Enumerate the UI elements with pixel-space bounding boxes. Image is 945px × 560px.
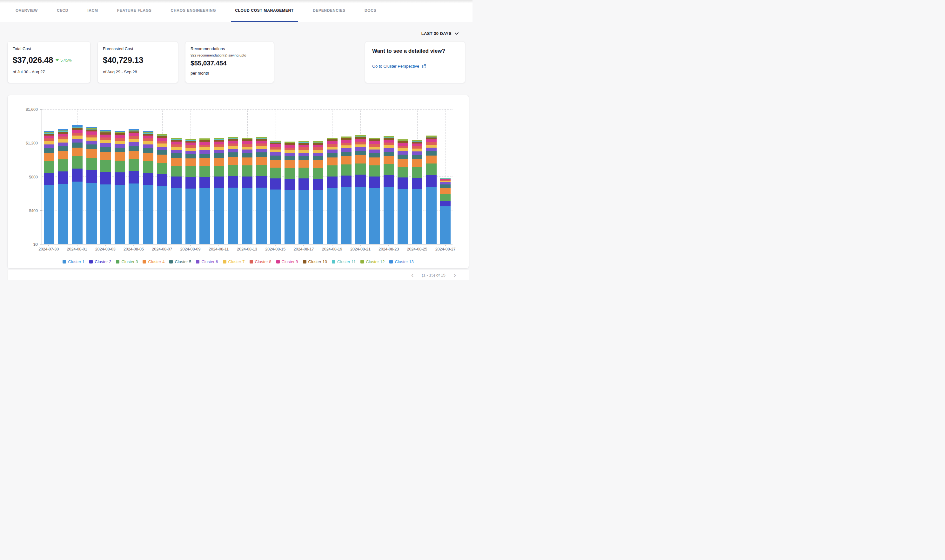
tab-cloud-cost-management[interactable]: CLOUD COST MANAGEMENT (231, 0, 298, 22)
bar-segment-cluster-6 (72, 139, 83, 143)
legend-item-cluster-1[interactable]: Cluster 1 (63, 259, 85, 264)
bar-segment-cluster-4 (383, 156, 394, 164)
legend-item-cluster-6[interactable]: Cluster 6 (196, 259, 218, 264)
bar-2024-08-02[interactable] (86, 127, 97, 244)
bar-2024-08-08[interactable] (171, 138, 182, 244)
bar-segment-cluster-6 (341, 148, 351, 152)
bar-segment-cluster-2 (100, 172, 111, 184)
bar-segment-cluster-7 (185, 148, 196, 151)
bar-segment-cluster-9 (426, 139, 437, 142)
bar-2024-08-23[interactable] (383, 136, 394, 244)
bar-segment-cluster-9 (256, 141, 267, 143)
bar-2024-08-11[interactable] (214, 138, 224, 244)
bar-2024-08-16[interactable] (285, 141, 295, 244)
bar-segment-cluster-3 (270, 168, 281, 178)
bar-segment-cluster-5 (214, 153, 224, 158)
bar-segment-cluster-5 (115, 148, 125, 152)
bar-segment-cluster-8 (327, 144, 337, 147)
time-range-dropdown[interactable]: LAST 30 DAYS (422, 31, 459, 36)
forecasted-cost-value: $40,729.13 (103, 55, 143, 65)
bar-segment-cluster-9 (356, 139, 366, 142)
bar-2024-08-07[interactable] (157, 134, 167, 244)
bar-2024-08-18[interactable] (313, 141, 323, 244)
bar-2024-08-13[interactable] (242, 138, 252, 244)
bar-2024-08-15[interactable] (270, 141, 281, 244)
bar-segment-cluster-3 (171, 166, 182, 177)
bar-segment-cluster-3 (285, 168, 295, 179)
bar-2024-08-01[interactable] (72, 125, 83, 244)
bar-2024-08-20[interactable] (341, 137, 351, 244)
bar-2024-08-12[interactable] (228, 137, 238, 244)
bar-segment-cluster-9 (185, 143, 196, 145)
chevron-left-icon[interactable]: ‹ (411, 272, 414, 278)
bar-segment-cluster-7 (341, 145, 351, 148)
bar-2024-08-04[interactable] (115, 131, 125, 244)
bar-segment-cluster-9 (397, 143, 408, 146)
bar-segment-cluster-1 (270, 189, 281, 244)
bar-2024-08-06[interactable] (143, 131, 153, 244)
x-tick-label: 2024-08-01 (67, 247, 87, 251)
legend-item-cluster-9[interactable]: Cluster 9 (276, 259, 298, 264)
tab-feature-flags[interactable]: FEATURE FLAGS (113, 0, 156, 22)
bar-2024-07-30[interactable] (44, 131, 54, 244)
legend-item-cluster-8[interactable]: Cluster 8 (249, 259, 271, 264)
bar-segment-cluster-5 (58, 146, 68, 151)
legend-item-cluster-7[interactable]: Cluster 7 (223, 259, 245, 264)
bar-segment-cluster-3 (256, 165, 267, 176)
tab-dependencies[interactable]: DEPENDENCIES (309, 0, 349, 22)
tab-docs[interactable]: DOCS (360, 0, 380, 22)
legend-item-cluster-12[interactable]: Cluster 12 (360, 259, 385, 264)
bar-2024-08-05[interactable] (129, 129, 139, 244)
bar-segment-cluster-1 (100, 185, 111, 244)
bar-segment-cluster-7 (412, 149, 422, 151)
legend-item-cluster-10[interactable]: Cluster 10 (303, 259, 327, 264)
bar-2024-08-26[interactable] (426, 135, 437, 244)
x-tick-label: 2024-08-05 (123, 247, 144, 251)
bar-segment-cluster-9 (214, 142, 224, 144)
tab-overview[interactable]: OVERVIEW (11, 0, 42, 22)
legend-swatch-icon (249, 260, 253, 263)
bar-2024-08-14[interactable] (256, 137, 267, 244)
bar-2024-08-22[interactable] (369, 138, 380, 244)
bar-segment-cluster-8 (115, 138, 125, 141)
legend-swatch-icon (143, 260, 146, 263)
bar-2024-08-19[interactable] (327, 138, 337, 244)
bar-segment-cluster-3 (440, 194, 451, 201)
bar-segment-cluster-7 (171, 147, 182, 150)
bar-segment-cluster-5 (412, 155, 422, 159)
bar-segment-cluster-9 (199, 142, 210, 145)
bar-segment-cluster-8 (356, 142, 366, 145)
bar-2024-08-24[interactable] (397, 139, 408, 244)
legend-swatch-icon (276, 260, 280, 263)
bar-2024-07-31[interactable] (58, 129, 68, 244)
legend-swatch-icon (223, 260, 226, 263)
legend-item-cluster-3[interactable]: Cluster 3 (116, 259, 138, 264)
bar-segment-cluster-7 (299, 150, 309, 153)
tab-iacm[interactable]: IACM (83, 0, 102, 22)
legend-label: Cluster 12 (366, 259, 385, 264)
bar-segment-cluster-6 (356, 147, 366, 151)
tab-chaos-engineering[interactable]: CHAOS ENGINEERING (167, 0, 220, 22)
bar-2024-08-21[interactable] (356, 135, 366, 244)
cluster-perspective-link[interactable]: Go to Cluster Perspective (372, 64, 458, 69)
bar-2024-08-17[interactable] (299, 141, 309, 244)
legend-item-cluster-11[interactable]: Cluster 11 (332, 259, 356, 264)
bar-segment-cluster-1 (426, 187, 437, 244)
legend-item-cluster-4[interactable]: Cluster 4 (143, 259, 165, 264)
bar-segment-cluster-2 (369, 177, 380, 188)
legend-item-cluster-13[interactable]: Cluster 13 (389, 259, 414, 264)
chevron-right-icon[interactable]: › (454, 272, 456, 278)
bar-segment-cluster-9 (171, 142, 182, 144)
bar-segment-cluster-2 (58, 171, 68, 184)
bar-2024-08-27[interactable] (440, 178, 451, 244)
bar-segment-cluster-1 (256, 188, 267, 244)
bar-2024-08-09[interactable] (185, 139, 196, 244)
legend-item-cluster-5[interactable]: Cluster 5 (169, 259, 191, 264)
bar-segment-cluster-9 (58, 134, 68, 137)
legend-swatch-icon (63, 260, 66, 263)
bar-2024-08-10[interactable] (199, 138, 210, 244)
bar-2024-08-03[interactable] (100, 130, 111, 244)
bar-2024-08-25[interactable] (412, 140, 422, 244)
legend-item-cluster-2[interactable]: Cluster 2 (89, 259, 111, 264)
tab-ci-cd[interactable]: CI/CD (53, 0, 72, 22)
